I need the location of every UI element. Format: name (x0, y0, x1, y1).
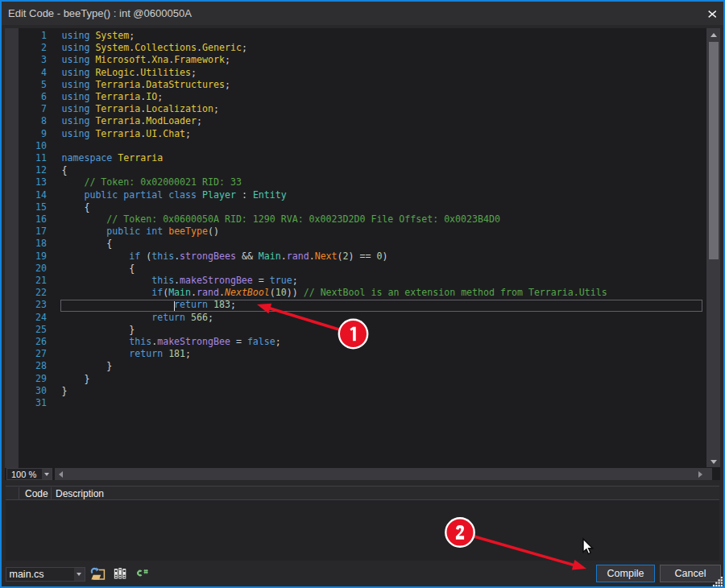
column-separator[interactable] (19, 487, 19, 499)
code-line-5: using Terraria.DataStructures; (62, 79, 607, 91)
file-select-combo[interactable]: main.cs (6, 567, 86, 582)
vertical-scrollbar[interactable] (706, 28, 720, 467)
csharp-file-icon[interactable] (137, 569, 149, 578)
scroll-left-icon[interactable] (59, 471, 63, 478)
scroll-down-icon[interactable] (710, 460, 717, 464)
code-line-4: using ReLogic.Utilities; (62, 67, 607, 79)
column-header-description[interactable]: Description (56, 488, 104, 500)
zoom-combo-dropdown[interactable] (42, 469, 52, 479)
code-line-26: this.makeStrongBee = false; (62, 336, 607, 348)
cancel-button[interactable]: Cancel (660, 565, 721, 582)
code-line-18: { (62, 238, 607, 250)
code-line-10 (62, 140, 607, 152)
code-line-23: return 183; (62, 299, 607, 311)
zoom-level-value: 100 % (11, 470, 36, 480)
code-line-24: return 566; (62, 312, 607, 324)
code-line-17: public int beeType() (62, 226, 607, 238)
scroll-up-icon[interactable] (710, 33, 717, 37)
scroll-right-icon[interactable] (698, 471, 702, 478)
code-line-1: using System; (62, 30, 607, 42)
code-line-20: { (62, 263, 607, 275)
code-text[interactable]: using System;using System.Collections.Ge… (62, 30, 607, 409)
close-icon[interactable] (708, 10, 717, 18)
compile-button[interactable]: Compile (596, 565, 655, 582)
chevron-down-icon (44, 473, 49, 476)
code-line-19: if (this.strongBees && Main.rand.Next(2)… (62, 251, 607, 263)
code-line-16: // Token: 0x0600050A RID: 1290 RVA: 0x00… (62, 213, 607, 226)
vertical-scrollbar-thumb[interactable] (709, 42, 719, 259)
dialog-title: Edit Code - beeType() : int @0600050A (8, 2, 192, 25)
code-line-8: using Terraria.ModLoader; (62, 115, 607, 127)
column-header-code[interactable]: Code (25, 488, 48, 500)
file-combo-dropdown[interactable] (74, 568, 85, 581)
code-line-2: using System.Collections.Generic; (62, 42, 607, 54)
line-numbers: 1 2 3 4 5 6 7 8 9 10 11 12 13 14 15 16 1… (19, 30, 47, 409)
code-line-22: if(Main.rand.NextBool(10)) // NextBool i… (62, 287, 607, 299)
code-line-30: } (62, 385, 607, 397)
zoom-level-combo[interactable]: 100 % (6, 468, 52, 480)
code-line-13: // Token: 0x02000021 RID: 33 (62, 176, 607, 188)
code-line-29: } (62, 373, 607, 385)
code-line-21: this.makeStrongBee = true; (62, 275, 607, 287)
code-line-7: using Terraria.Localization; (62, 103, 607, 115)
open-file-icon[interactable] (89, 565, 106, 582)
editor-left-margin (5, 28, 19, 468)
code-line-15: { (62, 201, 607, 213)
chevron-down-icon (77, 573, 81, 576)
code-line-9: using Terraria.UI.Chat; (62, 128, 607, 140)
assembly-references-icon[interactable] (113, 567, 126, 581)
code-line-27: return 181; (62, 348, 607, 360)
code-line-11: namespace Terraria (62, 152, 607, 164)
text-caret (174, 301, 175, 312)
code-editor[interactable]: 1 2 3 4 5 6 7 8 9 10 11 12 13 14 15 16 1… (5, 28, 720, 480)
column-separator[interactable] (51, 487, 52, 499)
code-line-25: } (62, 324, 607, 336)
file-select-value: main.cs (10, 569, 44, 580)
code-line-3: using Microsoft.Xna.Framework; (62, 54, 607, 66)
horizontal-scrollbar[interactable] (55, 468, 712, 480)
code-line-12: { (62, 164, 607, 176)
error-list[interactable] (6, 500, 719, 561)
code-line-6: using Terraria.IO; (62, 91, 607, 103)
code-line-14: public partial class Player : Entity (62, 189, 607, 201)
titlebar[interactable]: Edit Code - beeType() : int @0600050A (2, 2, 723, 25)
code-line-28: } (62, 360, 607, 372)
code-line-31 (62, 397, 607, 409)
error-list-header: Code Description (6, 486, 719, 500)
